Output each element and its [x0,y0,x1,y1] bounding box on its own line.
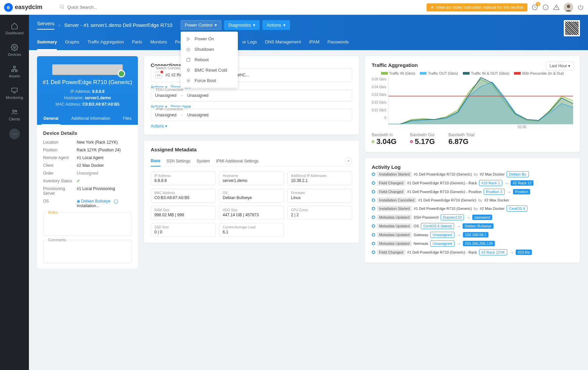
servertab-additional[interactable]: Additional Information [69,113,112,125]
close-icon: ✕ [431,5,434,10]
info-icon[interactable] [542,4,549,11]
sidebar-item-dashboard[interactable]: Dashboard [0,19,29,38]
breadcrumb-root[interactable]: Servers [37,21,54,30]
log-row: Installation Started#1 Dell PowerEdge R7… [372,170,573,179]
log-row: Field Changed#1 Dell PowerEdge R710 (Gen… [372,187,573,196]
traffic-range-select[interactable]: Last Hour ▾ [546,62,574,70]
meta-ip-address[interactable]: IP Address8.8.8.8 [151,172,216,185]
user-avatar[interactable] [564,3,573,12]
brand-text: easydcim [15,4,42,11]
mtab-ipmi[interactable]: IPMI Additional Settings [216,156,259,166]
meta-current-average-load[interactable]: Current Average Load6.1 [219,223,284,237]
log-row: Metadata UpdatedNetmaskUnassigned→255.25… [372,239,573,248]
search-icon [59,4,65,10]
gear-small-icon [186,78,191,83]
meta-hostname[interactable]: Hostnameserver1.demo [219,172,284,185]
actions-button[interactable]: Actions▾ [262,20,290,30]
servertab-files[interactable]: Files [121,113,134,125]
power-icon[interactable] [577,4,584,11]
play-icon [186,37,191,41]
power-menu-bmcreset[interactable]: BMC Reset Cold [181,65,238,75]
sidebar-item-clients[interactable]: Clients [0,105,29,124]
server-summary-card: #1 Dell PowerEdge R710 (Generic) IP Addr… [37,56,138,269]
home-icon [11,22,18,30]
power-menu-reboot[interactable]: Reboot [181,54,238,65]
breadcrumb-current: Server - #1 server1.demo Dell PowerEdge … [64,22,173,28]
device-details-title: Device Details [43,130,132,136]
log-row: Installation Started#1 Dell PowerEdge R7… [372,204,573,213]
alert-icon[interactable] [553,4,560,11]
svg-rect-7 [12,70,14,72]
svg-point-5 [13,46,15,48]
meta-additional-ip-addresses[interactable]: Additional IP Addresses10.39.2.1 [287,172,352,185]
svg-point-10 [13,110,15,112]
tab-ipam[interactable]: IPAM [309,37,320,50]
tab-orlogs[interactable]: or Logs [242,37,257,50]
svg-rect-8 [15,70,17,72]
chevron-right-icon: › [59,22,60,28]
conn-pdu-connection: PDU ConnectionUnassigned→Unassigned [151,89,352,102]
sidebar-item-assets[interactable]: Assets [0,62,29,81]
tab-passwords[interactable]: Passwords [328,37,349,50]
sidebar-item-monitoring[interactable]: Monitoring [0,83,29,103]
tab-graphs[interactable]: Graphs [65,37,79,50]
connections-card: Connections Switch Connection▭ #2 #2 Red… [144,56,359,135]
search-input[interactable] [67,5,135,10]
monitor-icon [11,87,18,94]
mtab-base[interactable]: Base [151,156,160,166]
brand-logo[interactable]: e easydcim [4,3,42,12]
gear-icon [11,44,18,51]
log-row: Installation Cancelled#1 Dell PowerEdge … [372,196,573,204]
server-title: #1 Dell PowerEdge R710 (Generic) [41,79,134,86]
conn-ipmi-connection: IPMI ConnectionUnassigned→Unassigned [151,109,352,121]
log-row: Metadata UpdatedGatewayUnassigned→192.16… [372,230,573,239]
svg-rect-6 [13,66,15,68]
brand-icon: e [4,3,13,12]
tab-traffic[interactable]: Traffic Aggregation [87,37,124,50]
power-control-button[interactable]: Power Control ▾ Power On Shutdown Reboot… [181,20,221,30]
svg-point-0 [60,5,63,8]
traffic-chart: 01:00 [388,77,573,124]
metadata-card: Assigned Metadata Base SSH Settings Syst… [144,141,359,243]
log-row: Field Changed#1 Dell PowerEdge R710 (Gen… [372,248,573,257]
power-menu-poweron[interactable]: Power On [181,34,238,44]
conn-actions[interactable]: Actions ▾ [151,124,167,128]
notifications-icon[interactable] [531,4,538,11]
refresh-icon [186,58,191,62]
chevron-down-icon: ▾ [568,64,570,68]
log-row: Metadata UpdatedSSH PasswordDupsko123→pa… [372,213,573,222]
power-menu-forceboot[interactable]: Force Boot [181,75,238,86]
meta-ssd-size[interactable]: SSD Size0 | 0 [151,223,216,237]
tab-parts[interactable]: Parts [132,37,142,50]
power-off-icon [186,47,191,52]
meta-hdd-size[interactable]: HDD Size447.14 GB | 457873 [219,206,284,220]
mtab-add[interactable]: + [345,157,352,165]
comments-box[interactable]: Comments [43,240,132,263]
mtab-system[interactable]: System [196,156,210,166]
meta-ram-size[interactable]: RAM Size998.02 MB | 998 [151,206,216,220]
chevron-down-icon: ▾ [215,23,217,28]
meta-cpu-cores[interactable]: CPU Cores2 | 2 [287,206,352,220]
diagnostics-button[interactable]: Diagnostics▾ [224,20,260,30]
tab-summary[interactable]: Summary [37,37,57,50]
tab-monitors[interactable]: Monitors [150,37,167,50]
mtab-ssh[interactable]: SSH Settings [167,156,190,166]
log-row: Field Changed#1 Dell PowerEdge R710 (Gen… [372,179,573,187]
video-manual-button[interactable]: ✕ View our video instruction manual for … [427,3,527,11]
svg-rect-9 [12,88,17,92]
log-row: Metadata UpdatedOSCentOS 6 (latest)→Debi… [372,222,573,230]
notes-box[interactable]: Notes [43,212,132,236]
sidebar-more[interactable]: ⋯ [9,128,20,139]
metadata-title: Assigned Metadata [151,147,352,152]
meta-mac-address[interactable]: MAC AddressC0:B3:A9:87:A0:B5 [151,189,216,202]
meta-firmware[interactable]: FirmwareLinux [287,189,352,202]
servertab-general[interactable]: General [41,113,61,125]
tab-dns[interactable]: DNS Management [265,37,301,50]
server-image [52,64,123,75]
plug-icon [186,68,191,73]
meta-os[interactable]: OSDebian Bullseye [219,189,284,202]
sidebar-item-devices[interactable]: Devices [0,40,29,60]
power-menu-shutdown[interactable]: Shutdown [181,44,238,54]
qr-code[interactable] [564,20,580,36]
traffic-title: Traffic Aggregation [372,62,573,68]
